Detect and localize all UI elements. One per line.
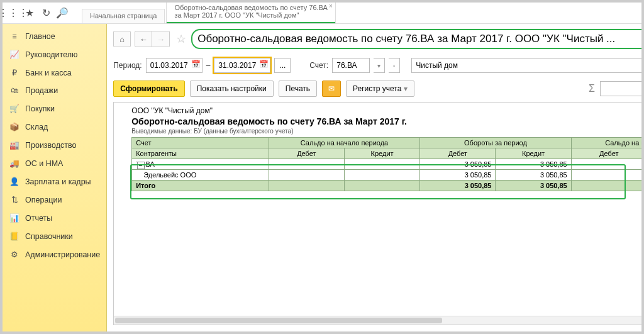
action-bar: Сформировать Показать настройки Печать ✉… [107, 78, 644, 102]
org-value[interactable] [414, 60, 644, 70]
cell [269, 170, 344, 181]
account-label: Счет: [309, 61, 328, 70]
gear-icon: ⚙ [9, 250, 20, 259]
period-picker-button[interactable]: ... [274, 58, 291, 73]
run-button[interactable]: Сформировать [113, 81, 184, 97]
person-icon: 👤 [9, 177, 20, 186]
factory-icon: 🏭 [9, 140, 20, 150]
sidebar-item-dicts[interactable]: 📒Справочники [3, 227, 106, 245]
col-debit: Дебет [571, 148, 644, 159]
cell [344, 170, 419, 181]
cell [269, 159, 344, 170]
calendar-icon[interactable]: 📅 [191, 60, 201, 69]
history-icon[interactable]: ↻ [38, 5, 54, 21]
chevron-down-icon: ▾ [404, 84, 408, 93]
bag-icon: 🛍 [9, 86, 20, 95]
sidebar: ≡Главное 📈Руководителю ₽Банк и касса 🛍Пр… [3, 24, 107, 331]
scrollbar-horizontal[interactable] [114, 316, 644, 325]
star-icon[interactable]: ★ [21, 5, 38, 21]
calendar-icon[interactable]: 📅 [259, 60, 269, 69]
sidebar-item-label: ОС и НМА [25, 159, 63, 168]
col-begin: Сальдо на начало периода [269, 138, 419, 148]
mail-icon: ✉ [328, 84, 335, 93]
cell [344, 181, 419, 191]
sidebar-item-label: Банк и касса [25, 69, 72, 77]
cell [571, 170, 644, 181]
col-debit: Дебет [269, 148, 344, 159]
tab-label: Начальная страница [90, 12, 157, 19]
favorite-icon[interactable]: ☆ [176, 32, 186, 46]
date-from-input[interactable]: 📅 [146, 58, 203, 73]
account-open-icon[interactable]: ▫ [389, 58, 400, 73]
sidebar-item-main[interactable]: ≡Главное [3, 28, 106, 45]
sidebar-item-production[interactable]: 🏭Производство [3, 136, 106, 154]
sidebar-item-stock[interactable]: 📦Склад [3, 118, 106, 136]
col-end: Сальдо на конец периода [571, 138, 644, 148]
sidebar-item-payroll[interactable]: 👤Зарплата и кадры [3, 172, 106, 191]
cell: 3 050,85 [496, 170, 571, 181]
col-credit: Кредит [496, 148, 571, 159]
sidebar-item-label: Справочники [25, 232, 73, 241]
date-to-input[interactable]: 📅 [214, 58, 270, 73]
sidebar-item-admin[interactable]: ⚙Администрирование [3, 245, 106, 264]
table-row[interactable]: −76.ВА 3 050,85 3 050,85 [132, 159, 644, 170]
truck-icon: 🚚 [9, 159, 20, 168]
tab-home[interactable]: Начальная страница [82, 9, 165, 23]
period-label: Период: [113, 61, 142, 70]
ruble-icon: ₽ [9, 68, 20, 77]
sidebar-item-label: Зарплата и кадры [25, 177, 91, 186]
cell [269, 181, 344, 191]
close-icon[interactable]: × [329, 3, 333, 9]
home-button[interactable]: ⌂ [113, 31, 131, 47]
account-input[interactable] [332, 58, 370, 73]
sidebar-item-label: Руководителю [25, 50, 77, 59]
cart-icon: 🛒 [9, 104, 20, 113]
org-input[interactable] [411, 58, 644, 73]
sidebar-item-label: Покупки [25, 104, 55, 113]
register-button[interactable]: Регистр учета ▾ [346, 81, 414, 97]
sidebar-item-sales[interactable]: 🛍Продажи [3, 82, 106, 99]
sidebar-item-operations[interactable]: ⇅Операции [3, 191, 106, 209]
register-label: Регистр учета [353, 84, 401, 93]
sidebar-item-reports[interactable]: 📊Отчеты [3, 209, 106, 227]
account-value[interactable] [335, 60, 367, 70]
settings-button[interactable]: Показать настройки [190, 81, 274, 97]
cell: 3 050,85 [420, 181, 496, 191]
print-button[interactable]: Печать [279, 81, 317, 97]
forward-button[interactable]: → [152, 31, 170, 47]
report-viewport[interactable]: ООО "УК "Чистый дом" Оборотно-сальдовая … [113, 102, 644, 325]
sidebar-item-label: Склад [25, 123, 48, 131]
table-row[interactable]: Эдельвейс ООО 3 050,85 3 050,85 [132, 170, 644, 181]
cell: 3 050,85 [496, 181, 571, 191]
period-dash: – [206, 61, 211, 70]
sum-value: 0,00 [603, 84, 644, 93]
sidebar-item-label: Главное [25, 32, 55, 41]
cell [571, 181, 644, 191]
apps-icon[interactable]: ⋮⋮⋮ [5, 5, 21, 21]
sigma-icon: Σ [589, 83, 595, 94]
sidebar-item-assets[interactable]: 🚚ОС и НМА [3, 154, 106, 172]
report-table: Счет Сальдо на начало периода Обороты за… [131, 137, 644, 191]
sidebar-item-manager[interactable]: 📈Руководителю [3, 45, 106, 64]
chart-icon: 📈 [9, 50, 20, 59]
cell: 3 050,85 [420, 159, 496, 170]
sum-output: 0,00 [600, 81, 644, 96]
mail-button[interactable]: ✉ [322, 81, 341, 97]
sidebar-item-label: Администрирование [25, 250, 100, 259]
menu-icon: ≡ [9, 32, 20, 41]
collapse-icon[interactable]: − [137, 162, 145, 169]
sidebar-item-bank[interactable]: ₽Банк и касса [3, 64, 106, 82]
cell: 3 050,85 [420, 170, 496, 181]
back-button[interactable]: ← [135, 31, 152, 47]
account-dropdown-icon[interactable]: ▾ [374, 58, 385, 73]
report-title: Оборотно-сальдовая ведомость по счету 76… [131, 116, 644, 126]
page-title: Оборотно-сальдовая ведомость по счету 76… [191, 29, 644, 49]
sidebar-item-purchases[interactable]: 🛒Покупки [3, 99, 106, 118]
tab-report[interactable]: Оборотно-сальдовая ведомость по счету 76… [166, 1, 335, 23]
col-counterparty: Контрагенты [132, 148, 269, 159]
search-icon[interactable]: 🔍 [54, 5, 70, 21]
table-row-total: Итого 3 050,85 3 050,85 [132, 181, 644, 191]
col-debit: Дебет [420, 148, 496, 159]
title-bar: ⌂ ← → ☆ Оборотно-сальдовая ведомость по … [107, 24, 644, 53]
top-toolbar: ⋮⋮⋮ ★ ↻ 🔍 Начальная страница Оборотно-са… [3, 3, 641, 24]
